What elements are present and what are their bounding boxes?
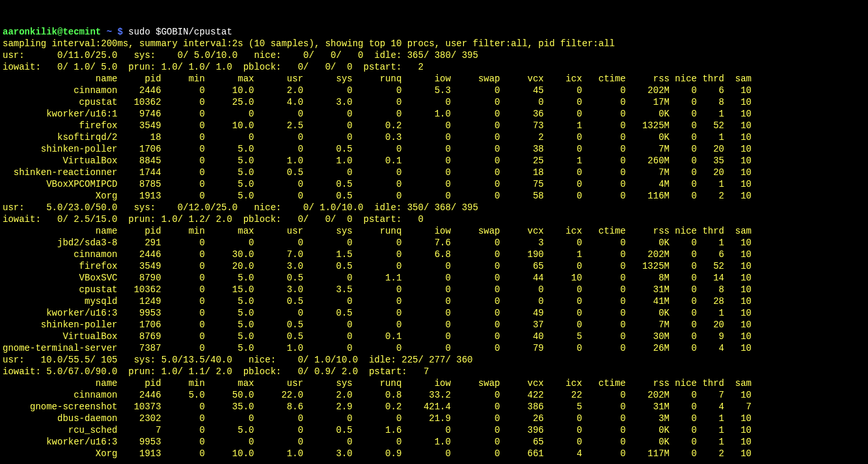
- process-row: VBoxSVC 8790 0 5.0 0.5 0 1.1 0 0 44 10 0…: [3, 273, 752, 283]
- process-row: cpustat 10362 0 15.0 3.0 3.5 0 0 0 0 0 0…: [3, 284, 752, 295]
- column-headers: name pid min max usr sys runq iow swap v…: [3, 74, 752, 84]
- process-row: cinnamon 2446 5.0 50.0 22.0 2.0 0.8 33.2…: [3, 390, 752, 400]
- column-headers: name pid min max usr sys runq iow swap v…: [3, 226, 752, 236]
- process-row: kworker/u16:3 9953 0 0 0 0 0 1.0 0 65 0 …: [3, 437, 752, 447]
- summary-line: iowait: 5.0/67.0/90.0 prun: 1.0/ 1.1/ 2.…: [3, 366, 429, 377]
- process-row: mysqld 1249 0 5.0 0.5 0 0 0 0 0 0 0 41M …: [3, 296, 752, 307]
- summary-line: iowait: 0/ 2.5/15.0 prun: 1.0/ 1.2/ 2.0 …: [3, 214, 424, 225]
- process-row: gnome-screenshot 10373 0 35.0 8.6 2.9 0.…: [3, 402, 752, 412]
- prompt-user: aaronkilik@tecmint: [3, 27, 101, 37]
- process-row: shinken-poller 1706 0 5.0 0.5 0 0 0 0 37…: [3, 320, 752, 330]
- process-row: kworker/u16:1 9746 0 0 0 0 0 1.0 0 36 0 …: [3, 109, 752, 119]
- summary-line: usr: 10.0/55.5/ 105 sys: 5.0/13.5/40.0 n…: [3, 355, 473, 365]
- process-row: cpustat 10362 0 25.0 4.0 3.0 0 0 0 0 0 0…: [3, 97, 752, 107]
- process-row: cinnamon 2446 0 10.0 2.0 0 0 5.3 0 45 0 …: [3, 85, 752, 96]
- summary-line: usr: 0/11.0/25.0 sys: 0/ 5.0/10.0 nice: …: [3, 50, 478, 61]
- process-row: firefox 3549 0 20.0 3.0 0.5 0 0 0 65 0 0…: [3, 261, 752, 271]
- prompt-sep: ~ $: [101, 27, 128, 37]
- sampling-info: sampling interval:200ms, summary interva…: [3, 38, 615, 49]
- column-headers: name pid min max usr sys runq iow swap v…: [3, 378, 752, 389]
- summary-line: iowait: 0/ 1.0/ 5.0 prun: 1.0/ 1.0/ 1.0 …: [3, 62, 424, 72]
- process-row: dbus-daemon 2302 0 0 0 0 0 21.9 0 26 0 0…: [3, 413, 752, 424]
- process-row: ksoftirqd/2 18 0 0 0 0 0.3 0 0 2 0 0 0K …: [3, 132, 752, 143]
- process-row: cinnamon 2446 0 30.0 7.0 1.5 0 6.8 0 190…: [3, 249, 752, 260]
- process-row: gnome-terminal-server 7387 0 5.0 1.0 0 0…: [3, 343, 752, 353]
- process-row: kworker/u16:3 9953 0 5.0 0 0.5 0 0 0 49 …: [3, 308, 752, 318]
- process-row: jbd2/sda3-8 291 0 0 0 0 0 7.6 0 3 0 0 0K…: [3, 238, 752, 248]
- process-row: shinken-reactionner 1744 0 5.0 0.5 0 0 0…: [3, 167, 752, 178]
- process-row: VirtualBox 8845 0 5.0 1.0 1.0 0.1 0 0 25…: [3, 156, 752, 166]
- process-row: firefox 3549 0 10.0 2.5 0 0.2 0 0 73 1 0…: [3, 120, 752, 131]
- terminal-output: aaronkilik@tecmint ~ $ sudo $GOBIN/cpust…: [3, 26, 865, 459]
- process-row: Xorg 1913 0 10.0 1.0 3.0 0.9 0 0 661 4 0…: [3, 448, 752, 459]
- process-row: shinken-poller 1706 0 5.0 0 0.5 0 0 0 38…: [3, 144, 752, 154]
- process-row: Xorg 1913 0 5.0 0 0.5 0 0 0 58 0 0 116M …: [3, 191, 752, 201]
- summary-line: usr: 5.0/23.0/50.0 sys: 0/12.0/25.0 nice…: [3, 202, 478, 213]
- process-row: VBoxXPCOMIPCD 8785 0 5.0 0 0.5 0 0 0 75 …: [3, 179, 752, 189]
- prompt-cmd[interactable]: sudo $GOBIN/cpustat: [128, 27, 232, 37]
- process-row: rcu_sched 7 0 5.0 0 0.5 1.6 0 0 396 0 0 …: [3, 425, 752, 435]
- process-row: VirtualBox 8769 0 5.0 0.5 0 0.1 0 0 40 5…: [3, 331, 752, 342]
